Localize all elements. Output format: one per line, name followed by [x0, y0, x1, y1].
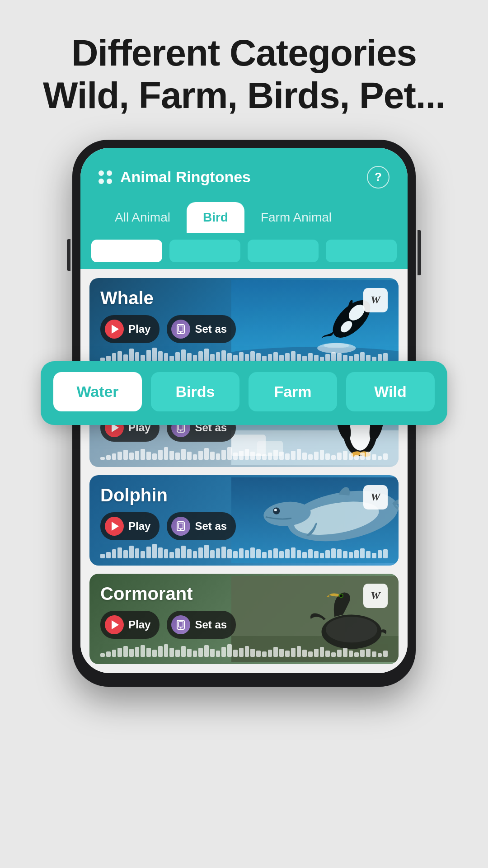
category-pill-water[interactable]: Water [53, 372, 142, 411]
phone-ringtone-icon [175, 324, 186, 335]
animal-name-dolphin: Dolphin [100, 485, 168, 505]
svg-rect-43 [178, 622, 183, 627]
setas-button-dolphin[interactable]: Set as [167, 512, 236, 540]
floating-category-bar: Water Birds Farm Wild [41, 361, 447, 425]
play-button-cormorant[interactable]: Play [100, 611, 160, 639]
logo-area: Animal Ringtones [99, 168, 251, 186]
animal-card-whale: Whale W [89, 278, 399, 368]
hero-title: Different Categories Wild, Farm, Birds, … [16, 32, 472, 117]
svg-point-9 [180, 331, 182, 333]
play-icon-d [112, 522, 119, 531]
phone-icon-d [175, 521, 186, 532]
waveform-penguin: const h2 = [6,10,14,18,22,16,20,24,18,14… [100, 442, 388, 460]
whale-card-buttons: Play [100, 315, 388, 343]
waveform-whale: // Generate waveform bars inline const h… [100, 343, 388, 361]
play-circle-d [105, 517, 124, 536]
play-button-whale[interactable]: Play [100, 315, 160, 343]
wiki-button-dolphin[interactable]: W [363, 485, 388, 509]
svg-rect-34 [178, 523, 183, 528]
tab-bird[interactable]: Bird [187, 202, 244, 233]
svg-point-26 [180, 430, 182, 431]
animal-name-whale: Whale [100, 288, 154, 308]
app-header: Animal Ringtones ? All Animal Bird [80, 148, 408, 233]
category-pill-wild[interactable]: Wild [346, 372, 435, 411]
play-circle [105, 320, 124, 339]
waveform-cormorant: const h4 = [8,12,16,20,24,18,22,26,20,16… [100, 639, 388, 657]
svg-rect-25 [178, 425, 183, 430]
svg-rect-8 [178, 326, 183, 331]
tab-farm-animal[interactable]: Farm Animal [244, 202, 348, 233]
header-tabs: All Animal Bird Farm Animal [99, 202, 389, 233]
svg-point-44 [180, 627, 182, 628]
setas-button-cormorant[interactable]: Set as [167, 611, 236, 639]
animal-card-dolphin: Dolphin W [89, 475, 399, 566]
help-button[interactable]: ? [367, 166, 389, 189]
app-title: Animal Ringtones [120, 168, 251, 186]
category-pill-birds[interactable]: Birds [151, 372, 239, 411]
setas-button-whale[interactable]: Set as [167, 315, 236, 343]
setas-circle [171, 320, 190, 339]
menu-icon [99, 170, 112, 184]
animal-list: Whale W [80, 269, 408, 673]
svg-point-35 [180, 528, 182, 530]
play-icon [112, 325, 119, 334]
category-pill-farm[interactable]: Farm [249, 372, 337, 411]
cormorant-card-buttons: Play [100, 611, 388, 639]
play-circle-c [105, 615, 124, 634]
wiki-button-cormorant[interactable]: W [363, 584, 388, 608]
play-button-dolphin[interactable]: Play [100, 512, 160, 540]
setas-circle-c [171, 615, 190, 634]
animal-card-cormorant: Cormorant W [89, 574, 399, 664]
animal-name-cormorant: Cormorant [100, 584, 192, 604]
waveform-dolphin: const h3 = [10,14,20,24,18,28,22,16,26,3… [100, 540, 388, 558]
tab-all-animal[interactable]: All Animal [99, 202, 187, 233]
play-icon-c [112, 620, 119, 629]
phone-icon-c [175, 619, 186, 630]
setas-circle-d [171, 517, 190, 536]
dolphin-card-buttons: Play [100, 512, 388, 540]
wiki-button-whale[interactable]: W [363, 288, 388, 312]
